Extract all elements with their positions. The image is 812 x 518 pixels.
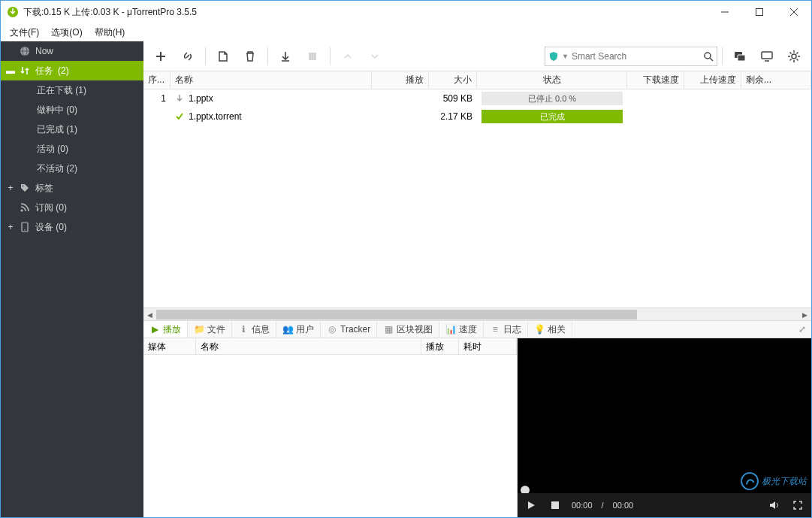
cell-status: 已完成 bbox=[477, 108, 627, 126]
cell-status: 已停止 0.0 % bbox=[477, 89, 627, 108]
dcol-name[interactable]: 名称 bbox=[196, 338, 421, 354]
svg-point-11 bbox=[24, 229, 26, 231]
expand-icon: + bbox=[7, 183, 14, 193]
sidebar-feeds-label: 订阅 (0) bbox=[35, 201, 67, 214]
horizontal-scrollbar[interactable]: ◀ ▶ bbox=[143, 307, 811, 320]
tab-info[interactable]: ℹ信息 bbox=[232, 321, 276, 338]
start-button[interactable] bbox=[273, 44, 298, 69]
titlebar: 下载:0.15 K 上传:0.03 K - μTorrentPro 3.5.5 bbox=[1, 1, 811, 23]
player-fullscreen-button[interactable] bbox=[790, 501, 805, 510]
tab-related[interactable]: 💡相关 bbox=[528, 321, 572, 338]
folder-icon: 📁 bbox=[194, 324, 204, 335]
sidebar-item-inactive[interactable]: 不活动 (2) bbox=[1, 159, 143, 178]
menubar: 文件(F) 选项(O) 帮助(H) bbox=[1, 23, 811, 41]
sidebar-item-completed[interactable]: 已完成 (1) bbox=[1, 120, 143, 139]
minimize-button[interactable] bbox=[708, 1, 742, 23]
add-url-button[interactable] bbox=[175, 44, 201, 69]
tab-speed[interactable]: 📊速度 bbox=[439, 321, 484, 338]
cell-seq: 1 bbox=[143, 92, 171, 105]
sidebar-labels-label: 标签 bbox=[35, 182, 53, 195]
move-up-button[interactable] bbox=[335, 44, 361, 69]
maximize-button[interactable] bbox=[742, 1, 777, 23]
sidebar-item-seeding[interactable]: 做种中 (0) bbox=[1, 100, 143, 120]
move-down-button[interactable] bbox=[362, 44, 388, 69]
col-remaining[interactable]: 剩余... bbox=[741, 71, 811, 89]
tab-tracker[interactable]: ◎Tracker bbox=[321, 321, 377, 338]
remote-button[interactable] bbox=[754, 44, 780, 69]
col-status[interactable]: 状态 bbox=[477, 71, 627, 89]
rss-icon bbox=[19, 202, 31, 213]
sidebar-item-feeds[interactable]: 订阅 (0) bbox=[1, 198, 143, 217]
sidebar-item-active[interactable]: 活动 (0) bbox=[1, 139, 143, 159]
dcol-elapsed[interactable]: 耗时 bbox=[459, 338, 517, 354]
tabs-expand-button[interactable]: ⤢ bbox=[793, 324, 811, 335]
sidebar-item-tasks[interactable]: ▬ 任务 (2) bbox=[1, 61, 143, 80]
close-button[interactable] bbox=[777, 1, 811, 23]
col-down-speed[interactable]: 下载速度 bbox=[627, 71, 684, 89]
player-duration: 00:00 bbox=[613, 501, 634, 510]
svg-rect-19 bbox=[762, 52, 772, 59]
shield-icon bbox=[548, 51, 559, 62]
dcol-play[interactable]: 播放 bbox=[421, 338, 459, 354]
dcol-media[interactable]: 媒体 bbox=[143, 338, 196, 354]
sidebar-item-devices[interactable]: + 设备 (0) bbox=[1, 217, 143, 237]
col-seq[interactable]: 序... bbox=[143, 71, 171, 89]
torrent-table-header: 序... 名称 播放 大小 状态 下载速度 上传速度 剩余... bbox=[143, 71, 811, 89]
svg-point-15 bbox=[705, 53, 711, 59]
sidebar-tasks-label: 任务 bbox=[35, 65, 53, 77]
sidebar-item-now[interactable]: Now bbox=[1, 41, 143, 61]
video-player[interactable]: 极光下载站 00:00 / 00:00 bbox=[518, 338, 811, 517]
bulb-icon: 💡 bbox=[534, 324, 545, 335]
table-row[interactable]: 1.pptx.torrent2.17 KB已完成 bbox=[143, 108, 811, 126]
play-icon: ▶ bbox=[149, 324, 160, 335]
search-input[interactable] bbox=[572, 51, 700, 62]
sidebar-tasks-count: (2) bbox=[58, 65, 69, 76]
svg-point-9 bbox=[21, 210, 23, 212]
cell-size: 509 KB bbox=[429, 92, 477, 105]
chat-button[interactable] bbox=[727, 44, 753, 69]
cell-seq bbox=[143, 115, 171, 118]
svg-rect-2 bbox=[756, 9, 763, 16]
sidebar-item-downloading[interactable]: 正在下载 (1) bbox=[1, 80, 143, 100]
tab-pieces[interactable]: ▦区块视图 bbox=[377, 321, 439, 338]
scroll-thumb[interactable] bbox=[156, 310, 637, 320]
stop-button[interactable] bbox=[300, 44, 325, 69]
scroll-left-icon[interactable]: ◀ bbox=[143, 308, 156, 321]
sidebar: Now ▬ 任务 (2) 正在下载 (1) 做种中 (0) 已完成 (1) 活动… bbox=[1, 41, 143, 517]
search-box[interactable]: ▼ bbox=[545, 47, 717, 66]
col-up-speed[interactable]: 上传速度 bbox=[684, 71, 741, 89]
tab-users[interactable]: 👥用户 bbox=[276, 321, 321, 338]
scroll-right-icon[interactable]: ▶ bbox=[798, 308, 811, 321]
player-volume-button[interactable] bbox=[766, 500, 781, 510]
tag-icon bbox=[19, 183, 31, 193]
cell-name: 1.pptx bbox=[171, 92, 372, 105]
settings-button[interactable] bbox=[781, 44, 807, 69]
window-title: 下载:0.15 K 上传:0.03 K - μTorrentPro 3.5.5 bbox=[23, 6, 708, 19]
sidebar-devices-label: 设备 (0) bbox=[35, 221, 67, 234]
col-name[interactable]: 名称 bbox=[171, 71, 372, 89]
menu-options[interactable]: 选项(O) bbox=[45, 25, 88, 41]
add-torrent-button[interactable] bbox=[148, 44, 174, 69]
remove-button[interactable] bbox=[237, 44, 263, 69]
sidebar-item-labels[interactable]: + 标签 bbox=[1, 178, 143, 198]
player-progress[interactable] bbox=[518, 487, 811, 493]
tab-play[interactable]: ▶播放 bbox=[143, 321, 188, 338]
player-play-button[interactable] bbox=[524, 501, 539, 510]
cell-name: 1.pptx.torrent bbox=[171, 110, 372, 123]
player-stop-button[interactable] bbox=[548, 501, 563, 509]
device-icon bbox=[19, 222, 31, 232]
search-icon[interactable] bbox=[703, 51, 714, 62]
menu-help[interactable]: 帮助(H) bbox=[89, 25, 131, 41]
list-icon: ≡ bbox=[490, 324, 500, 335]
table-row[interactable]: 11.pptx509 KB已停止 0.0 % bbox=[143, 89, 811, 108]
chevron-down-icon[interactable]: ▼ bbox=[562, 53, 569, 60]
status-icon bbox=[175, 94, 184, 103]
tab-log[interactable]: ≡日志 bbox=[484, 321, 528, 338]
menu-file[interactable]: 文件(F) bbox=[4, 25, 45, 41]
create-torrent-button[interactable] bbox=[210, 44, 236, 69]
detail-tabs: ▶播放 📁文件 ℹ信息 👥用户 ◎Tracker ▦区块视图 📊速度 ≡日志 💡… bbox=[143, 320, 811, 338]
tab-files[interactable]: 📁文件 bbox=[188, 321, 232, 338]
col-size[interactable]: 大小 bbox=[429, 71, 477, 89]
col-play[interactable]: 播放 bbox=[372, 71, 429, 89]
svg-point-8 bbox=[23, 186, 24, 187]
